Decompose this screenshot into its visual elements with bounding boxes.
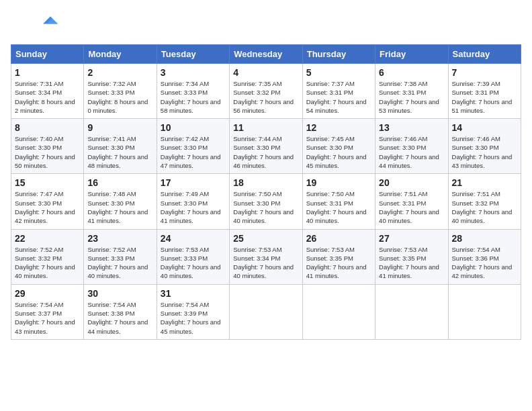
day-info: Sunrise: 7:31 AMSunset: 3:34 PMDaylight:… xyxy=(15,79,80,115)
calendar-day-12: 12Sunrise: 7:45 AMSunset: 3:30 PMDayligh… xyxy=(302,119,375,174)
day-number: 14 xyxy=(452,122,517,133)
day-number: 31 xyxy=(161,288,226,299)
day-number: 12 xyxy=(306,122,371,133)
day-info: Sunrise: 7:50 AMSunset: 3:30 PMDaylight:… xyxy=(233,189,298,225)
empty-cell xyxy=(375,284,448,339)
day-number: 20 xyxy=(379,177,444,188)
calendar-day-18: 18Sunrise: 7:50 AMSunset: 3:30 PMDayligh… xyxy=(230,174,302,229)
day-number: 11 xyxy=(233,122,298,133)
calendar-week-2: 8Sunrise: 7:40 AMSunset: 3:30 PMDaylight… xyxy=(11,119,521,174)
calendar-week-5: 29Sunrise: 7:54 AMSunset: 3:37 PMDayligh… xyxy=(11,284,521,339)
day-number: 29 xyxy=(15,288,80,299)
day-info: Sunrise: 7:47 AMSunset: 3:30 PMDaylight:… xyxy=(15,189,80,225)
day-number: 23 xyxy=(87,233,152,244)
calendar-day-14: 14Sunrise: 7:46 AMSunset: 3:30 PMDayligh… xyxy=(448,119,521,174)
day-number: 25 xyxy=(233,233,298,244)
calendar-day-22: 22Sunrise: 7:52 AMSunset: 3:32 PMDayligh… xyxy=(11,229,84,284)
calendar-day-23: 23Sunrise: 7:52 AMSunset: 3:33 PMDayligh… xyxy=(84,229,157,284)
day-number: 6 xyxy=(379,67,444,78)
day-info: Sunrise: 7:52 AMSunset: 3:32 PMDaylight:… xyxy=(15,245,80,281)
day-info: Sunrise: 7:39 AMSunset: 3:31 PMDaylight:… xyxy=(452,79,517,115)
day-number: 22 xyxy=(15,233,80,244)
day-info: Sunrise: 7:49 AMSunset: 3:30 PMDaylight:… xyxy=(161,189,226,225)
weekday-header-monday: Monday xyxy=(84,45,157,64)
day-info: Sunrise: 7:53 AMSunset: 3:35 PMDaylight:… xyxy=(306,245,371,281)
day-number: 1 xyxy=(15,67,80,78)
day-info: Sunrise: 7:42 AMSunset: 3:30 PMDaylight:… xyxy=(161,134,226,170)
day-info: Sunrise: 7:54 AMSunset: 3:36 PMDaylight:… xyxy=(452,245,517,281)
empty-cell xyxy=(302,284,375,339)
day-number: 7 xyxy=(452,67,517,78)
day-info: Sunrise: 7:51 AMSunset: 3:32 PMDaylight:… xyxy=(452,189,517,225)
calendar-day-5: 5Sunrise: 7:37 AMSunset: 3:31 PMDaylight… xyxy=(302,64,375,119)
calendar-day-3: 3Sunrise: 7:34 AMSunset: 3:33 PMDaylight… xyxy=(157,64,229,119)
weekday-header-tuesday: Tuesday xyxy=(157,45,229,64)
day-number: 3 xyxy=(161,67,226,78)
calendar-day-27: 27Sunrise: 7:53 AMSunset: 3:35 PMDayligh… xyxy=(375,229,448,284)
calendar-day-2: 2Sunrise: 7:32 AMSunset: 3:33 PMDaylight… xyxy=(84,64,157,119)
calendar-week-3: 15Sunrise: 7:47 AMSunset: 3:30 PMDayligh… xyxy=(11,174,521,229)
calendar-day-19: 19Sunrise: 7:50 AMSunset: 3:31 PMDayligh… xyxy=(302,174,375,229)
calendar-day-28: 28Sunrise: 7:54 AMSunset: 3:36 PMDayligh… xyxy=(448,229,521,284)
day-number: 30 xyxy=(87,288,152,299)
day-info: Sunrise: 7:52 AMSunset: 3:33 PMDaylight:… xyxy=(87,245,152,281)
day-number: 9 xyxy=(87,122,152,133)
calendar-day-24: 24Sunrise: 7:53 AMSunset: 3:33 PMDayligh… xyxy=(157,229,229,284)
day-info: Sunrise: 7:37 AMSunset: 3:31 PMDaylight:… xyxy=(306,79,371,115)
day-number: 24 xyxy=(161,233,226,244)
calendar-day-25: 25Sunrise: 7:53 AMSunset: 3:34 PMDayligh… xyxy=(230,229,302,284)
day-info: Sunrise: 7:41 AMSunset: 3:30 PMDaylight:… xyxy=(87,134,152,170)
day-number: 2 xyxy=(87,67,152,78)
calendar-day-26: 26Sunrise: 7:53 AMSunset: 3:35 PMDayligh… xyxy=(302,229,375,284)
calendar-day-6: 6Sunrise: 7:38 AMSunset: 3:31 PMDaylight… xyxy=(375,64,448,119)
day-info: Sunrise: 7:54 AMSunset: 3:38 PMDaylight:… xyxy=(87,300,152,336)
calendar-day-13: 13Sunrise: 7:46 AMSunset: 3:30 PMDayligh… xyxy=(375,119,448,174)
day-info: Sunrise: 7:40 AMSunset: 3:30 PMDaylight:… xyxy=(15,134,80,170)
calendar-day-9: 9Sunrise: 7:41 AMSunset: 3:30 PMDaylight… xyxy=(84,119,157,174)
weekday-header-sunday: Sunday xyxy=(11,45,84,64)
calendar-day-31: 31Sunrise: 7:54 AMSunset: 3:39 PMDayligh… xyxy=(157,284,229,339)
day-info: Sunrise: 7:54 AMSunset: 3:37 PMDaylight:… xyxy=(15,300,80,336)
weekday-header-friday: Friday xyxy=(375,45,448,64)
calendar-day-4: 4Sunrise: 7:35 AMSunset: 3:32 PMDaylight… xyxy=(230,64,302,119)
empty-cell xyxy=(230,284,302,339)
day-info: Sunrise: 7:34 AMSunset: 3:33 PMDaylight:… xyxy=(161,79,226,115)
day-number: 13 xyxy=(379,122,444,133)
calendar-week-4: 22Sunrise: 7:52 AMSunset: 3:32 PMDayligh… xyxy=(11,229,521,284)
day-info: Sunrise: 7:32 AMSunset: 3:33 PMDaylight:… xyxy=(87,79,152,115)
page-header xyxy=(11,11,521,39)
weekday-header-saturday: Saturday xyxy=(448,45,521,64)
day-info: Sunrise: 7:46 AMSunset: 3:30 PMDaylight:… xyxy=(379,134,444,170)
calendar-table: SundayMondayTuesdayWednesdayThursdayFrid… xyxy=(11,44,521,340)
calendar-day-10: 10Sunrise: 7:42 AMSunset: 3:30 PMDayligh… xyxy=(157,119,229,174)
weekday-header-wednesday: Wednesday xyxy=(230,45,302,64)
calendar-day-8: 8Sunrise: 7:40 AMSunset: 3:30 PMDaylight… xyxy=(11,119,84,174)
day-number: 26 xyxy=(306,233,371,244)
day-info: Sunrise: 7:35 AMSunset: 3:32 PMDaylight:… xyxy=(233,79,298,115)
day-info: Sunrise: 7:53 AMSunset: 3:33 PMDaylight:… xyxy=(161,245,226,281)
weekday-header-thursday: Thursday xyxy=(302,45,375,64)
day-info: Sunrise: 7:50 AMSunset: 3:31 PMDaylight:… xyxy=(306,189,371,225)
day-info: Sunrise: 7:44 AMSunset: 3:30 PMDaylight:… xyxy=(233,134,298,170)
calendar-day-16: 16Sunrise: 7:48 AMSunset: 3:30 PMDayligh… xyxy=(84,174,157,229)
day-info: Sunrise: 7:53 AMSunset: 3:35 PMDaylight:… xyxy=(379,245,444,281)
calendar-day-29: 29Sunrise: 7:54 AMSunset: 3:37 PMDayligh… xyxy=(11,284,84,339)
day-number: 4 xyxy=(233,67,298,78)
day-number: 28 xyxy=(452,233,517,244)
day-number: 21 xyxy=(452,177,517,188)
day-info: Sunrise: 7:53 AMSunset: 3:34 PMDaylight:… xyxy=(233,245,298,281)
logo-icon xyxy=(43,13,58,28)
day-number: 15 xyxy=(15,177,80,188)
calendar-header-row: SundayMondayTuesdayWednesdayThursdayFrid… xyxy=(11,45,521,64)
calendar-day-21: 21Sunrise: 7:51 AMSunset: 3:32 PMDayligh… xyxy=(448,174,521,229)
calendar-day-15: 15Sunrise: 7:47 AMSunset: 3:30 PMDayligh… xyxy=(11,174,84,229)
day-info: Sunrise: 7:54 AMSunset: 3:39 PMDaylight:… xyxy=(161,300,226,336)
calendar-day-20: 20Sunrise: 7:51 AMSunset: 3:31 PMDayligh… xyxy=(375,174,448,229)
day-number: 10 xyxy=(161,122,226,133)
logo xyxy=(11,11,58,39)
day-number: 5 xyxy=(306,67,371,78)
day-number: 17 xyxy=(161,177,226,188)
day-number: 16 xyxy=(87,177,152,188)
calendar-day-30: 30Sunrise: 7:54 AMSunset: 3:38 PMDayligh… xyxy=(84,284,157,339)
day-info: Sunrise: 7:45 AMSunset: 3:30 PMDaylight:… xyxy=(306,134,371,170)
